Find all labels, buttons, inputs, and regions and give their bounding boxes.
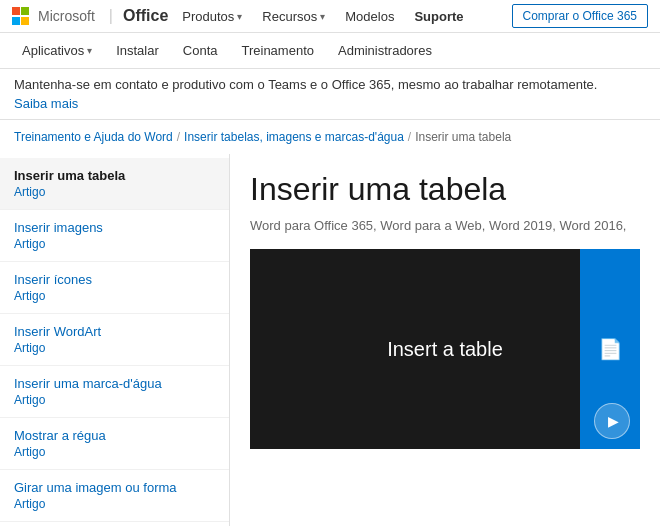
sidebar-item-title: Inserir imagens [14, 220, 215, 235]
sidebar-item-title: Inserir uma marca-d'água [14, 376, 215, 391]
breadcrumb: Treinamento e Ajuda do Word / Inserir ta… [0, 120, 660, 154]
nav-modelos[interactable]: Modelos [335, 0, 404, 33]
banner: Mantenha-se em contato e produtivo com o… [0, 69, 660, 120]
sidebar-item-type: Artigo [14, 497, 215, 511]
sidebar-item-inserir-icones[interactable]: Inserir ícones Artigo [0, 262, 229, 314]
banner-text: Mantenha-se em contato e produtivo com o… [14, 77, 597, 92]
sidebar-item-marca-dagua[interactable]: Inserir uma marca-d'água Artigo [0, 366, 229, 418]
nav-conta[interactable]: Conta [173, 33, 228, 69]
nav-administradores[interactable]: Administradores [328, 33, 442, 69]
chevron-down-icon: ▾ [87, 45, 92, 56]
sidebar-item-type: Artigo [14, 289, 215, 303]
content-subtitle: Word para Office 365, Word para a Web, W… [250, 218, 640, 233]
breadcrumb-link-1[interactable]: Treinamento e Ajuda do Word [14, 130, 173, 144]
breadcrumb-link-2[interactable]: Inserir tabelas, imagens e marcas-d'água [184, 130, 404, 144]
play-icon: ▶ [608, 413, 619, 429]
main-layout: Inserir uma tabela Artigo Inserir imagen… [0, 154, 660, 526]
banner-link[interactable]: Saiba mais [14, 96, 78, 111]
sidebar-item-inserir-tabela[interactable]: Inserir uma tabela Artigo [0, 158, 229, 210]
video-label: Insert a table [387, 338, 503, 361]
video-container[interactable]: Insert a table 📄 ▶ [250, 249, 640, 449]
sidebar-item-inserir-imagens[interactable]: Inserir imagens Artigo [0, 210, 229, 262]
sidebar: Inserir uma tabela Artigo Inserir imagen… [0, 154, 230, 526]
sidebar-item-type: Artigo [14, 185, 215, 199]
breadcrumb-current: Inserir uma tabela [415, 130, 511, 144]
second-nav: Aplicativos ▾ Instalar Conta Treinamento… [0, 33, 660, 69]
sidebar-item-type: Artigo [14, 237, 215, 251]
page-title: Inserir uma tabela [250, 170, 640, 208]
logo-area: Microsoft [12, 7, 95, 25]
sidebar-item-title: Inserir WordArt [14, 324, 215, 339]
top-nav: Microsoft | Office Produtos ▾ Recursos ▾… [0, 0, 660, 33]
document-icon: 📄 [598, 337, 623, 361]
sidebar-item-title: Inserir uma tabela [14, 168, 215, 183]
microsoft-text: Microsoft [38, 8, 95, 24]
buy-button[interactable]: Comprar o Office 365 [512, 4, 649, 28]
nav-instalar[interactable]: Instalar [106, 33, 169, 69]
sidebar-item-girar-imagem[interactable]: Girar uma imagem ou forma Artigo [0, 470, 229, 522]
nav-produtos[interactable]: Produtos ▾ [172, 0, 252, 33]
breadcrumb-sep-1: / [177, 130, 180, 144]
top-nav-links: Produtos ▾ Recursos ▾ Modelos Suporte Co… [172, 0, 648, 33]
sidebar-item-inserir-wordart[interactable]: Inserir WordArt Artigo [0, 314, 229, 366]
nav-treinamento[interactable]: Treinamento [231, 33, 324, 69]
nav-aplicativos[interactable]: Aplicativos ▾ [12, 33, 102, 69]
sidebar-item-title: Inserir ícones [14, 272, 215, 287]
sidebar-item-title: Mostrar a régua [14, 428, 215, 443]
nav-suporte: Suporte [404, 0, 473, 33]
microsoft-logo [12, 7, 30, 25]
breadcrumb-sep-2: / [408, 130, 411, 144]
nav-recursos[interactable]: Recursos ▾ [252, 0, 335, 33]
nav-separator: | [109, 7, 113, 25]
sidebar-item-title: Girar uma imagem ou forma [14, 480, 215, 495]
sidebar-item-type: Artigo [14, 341, 215, 355]
chevron-down-icon: ▾ [237, 11, 242, 22]
chevron-down-icon: ▾ [320, 11, 325, 22]
sidebar-item-mostrar-regua[interactable]: Mostrar a régua Artigo [0, 418, 229, 470]
sidebar-item-type: Artigo [14, 393, 215, 407]
main-content: Inserir uma tabela Word para Office 365,… [230, 154, 660, 526]
sidebar-item-type: Artigo [14, 445, 215, 459]
office-label: Office [123, 7, 168, 25]
